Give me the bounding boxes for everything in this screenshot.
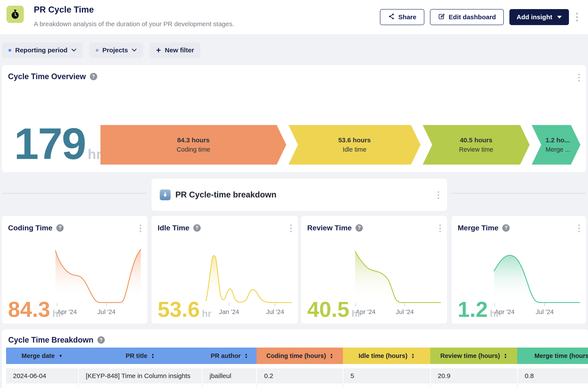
review-time-sparkline: Apr '24 Jul '24 [354, 247, 441, 316]
sort-icon: ▲▼ [245, 353, 248, 359]
column-header-pr-title[interactable]: PR title▲▼ [78, 348, 202, 364]
pr-cycle-time-breakdown-banner: PR Cycle-time breakdown [152, 179, 447, 211]
column-header-label: PR author [211, 352, 241, 360]
table-title: Cycle Time Breakdown [8, 336, 94, 344]
idle-time-kebab-icon[interactable] [289, 223, 293, 234]
funnel-stage-review[interactable]: 40.5 hours Review time [423, 125, 530, 165]
x-axis-labels: Apr '24 Jul '24 [493, 307, 580, 316]
new-filter-button[interactable]: + New filter [150, 42, 200, 58]
dashboard-page: PR Cycle Time A breakdown analysis of th… [0, 0, 588, 388]
topbar-actions: Share Edit dashboard Add insight [380, 9, 579, 25]
add-insight-button[interactable]: Add insight [509, 9, 569, 25]
metric-unit: hr [490, 308, 500, 319]
share-button[interactable]: Share [380, 9, 424, 25]
column-header-merge-date[interactable]: Merge date▼ [6, 348, 78, 364]
sort-icon: ▲▼ [330, 353, 333, 359]
sort-icon: ▼ [59, 354, 63, 358]
column-header-merge-time[interactable]: Merge time (hours) [517, 348, 588, 364]
review-time-kebab-icon[interactable] [438, 223, 442, 234]
cell-pr-title: [KEYP-848] Time in Column insights [78, 368, 202, 384]
help-icon[interactable]: ? [355, 224, 363, 232]
metric-unit: hr [53, 308, 62, 319]
idle-time-title: Idle Time [158, 224, 189, 232]
stage-value: 53.6 hours [338, 137, 371, 144]
help-icon[interactable]: ? [97, 336, 105, 344]
review-time-title-row: Review Time ? [307, 224, 363, 232]
metric-unit: hr [202, 308, 212, 319]
column-header-pr-author[interactable]: PR author▲▼ [202, 348, 257, 364]
cell-coding-time: 0.2 [257, 368, 343, 384]
coding-time-title-row: Coding Time ? [8, 224, 64, 232]
funnel-stage-coding[interactable]: 84.3 hours Coding time [101, 125, 286, 165]
edit-icon [438, 13, 445, 22]
merge-time-card: Merge Time ? Apr '24 Jul '24 1.2 hr [452, 216, 586, 324]
overview-kebab-icon[interactable] [577, 73, 581, 83]
x-axis-labels: Apr '24 Jul '24 [55, 307, 142, 316]
funnel-stage-merge[interactable]: 1.2 ho... Merge ... [532, 125, 580, 165]
help-icon[interactable]: ? [90, 73, 97, 80]
column-header-label: Idle time (hours) [358, 352, 407, 360]
banner-kebab-icon[interactable] [436, 190, 441, 200]
axis-tick-label: Jul '24 [396, 308, 414, 315]
idle-time-value: 53.6 hr [158, 298, 212, 320]
cell-merge-date: 2024-06-04 [6, 368, 78, 384]
total-cycle-time: 179 hr [14, 121, 102, 166]
chevron-down-icon [71, 49, 76, 52]
merge-time-value: 1.2 hr [458, 298, 500, 320]
idle-time-card: Idle Time ? Jan '24 Jul '24 53.6 hr [152, 216, 298, 324]
table-row[interactable]: 2024-06-04 [KEYP-848] Time in Column ins… [6, 368, 588, 384]
edit-dashboard-button[interactable]: Edit dashboard [430, 9, 504, 25]
column-header-label: Merge time (hours) [534, 352, 588, 360]
coding-time-kebab-icon[interactable] [138, 223, 143, 234]
merge-time-sparkline: Apr '24 Jul '24 [493, 247, 580, 316]
stage-label: Merge ... [546, 146, 570, 153]
down-arrow-emoji-icon [160, 190, 171, 200]
banner-title: PR Cycle-time breakdown [175, 190, 276, 199]
caret-down-icon [557, 16, 562, 19]
merge-time-kebab-icon[interactable] [577, 223, 581, 234]
cycle-time-overview-card: Cycle Time Overview ? 179 hr 84.3 hours … [2, 65, 586, 172]
idle-time-sparkline: Jan '24 Jul '24 [205, 247, 292, 316]
filter-reporting-period[interactable]: Reporting period [2, 42, 83, 58]
help-icon[interactable]: ? [502, 224, 510, 232]
sort-icon: ▲▼ [504, 353, 507, 359]
chevron-down-icon [132, 49, 137, 52]
gray-dot-icon [96, 49, 99, 52]
x-axis-labels: Jan '24 Jul '24 [205, 307, 292, 316]
filter-projects[interactable]: Projects [89, 42, 143, 58]
funnel-stage-idle[interactable]: 53.6 hours Idle time [288, 125, 420, 165]
plus-icon: + [156, 46, 161, 54]
stage-label: Review time [459, 146, 493, 153]
filter-bar: Reporting period Projects + New filter [2, 42, 200, 58]
axis-tick-label: Jul '24 [535, 308, 554, 315]
stage-label: Coding time [177, 146, 210, 153]
page-menu-kebab-icon[interactable] [575, 11, 579, 23]
overview-title: Cycle Time Overview [8, 72, 86, 81]
filter-projects-label: Projects [102, 47, 128, 54]
axis-tick-label: Jan '24 [219, 308, 239, 315]
axis-tick-label: Jul '24 [98, 308, 116, 315]
axis-tick-label: Jul '24 [266, 308, 284, 315]
total-cycle-time-unit: hr [88, 146, 102, 162]
overview-title-row: Cycle Time Overview ? [8, 72, 97, 81]
coding-time-title: Coding Time [8, 224, 53, 232]
review-time-value: 40.5 hr [307, 298, 361, 320]
help-icon[interactable]: ? [56, 224, 64, 232]
column-header-idle-time[interactable]: Idle time (hours)▲▼ [343, 348, 430, 364]
column-header-coding-time[interactable]: Coding time (hours)▲▼ [257, 348, 343, 364]
metric-value: 40.5 [307, 298, 349, 320]
metric-unit: hr [352, 308, 361, 319]
column-header-label: Coding time (hours) [266, 352, 326, 360]
column-header-review-time[interactable]: Review time (hours)▲▼ [430, 348, 517, 364]
metric-value: 84.3 [8, 298, 50, 320]
help-icon[interactable]: ? [193, 224, 201, 232]
cell-idle-time: 5 [343, 368, 430, 384]
page-title: PR Cycle Time [34, 5, 94, 15]
share-icon [388, 13, 395, 22]
coding-time-sparkline: Apr '24 Jul '24 [55, 247, 142, 316]
merge-time-title: Merge Time [458, 224, 498, 232]
stage-value: 40.5 hours [460, 137, 492, 144]
x-axis-labels: Apr '24 Jul '24 [354, 307, 441, 316]
stage-value: 1.2 ho... [546, 137, 570, 144]
column-header-label: PR title [126, 352, 147, 360]
